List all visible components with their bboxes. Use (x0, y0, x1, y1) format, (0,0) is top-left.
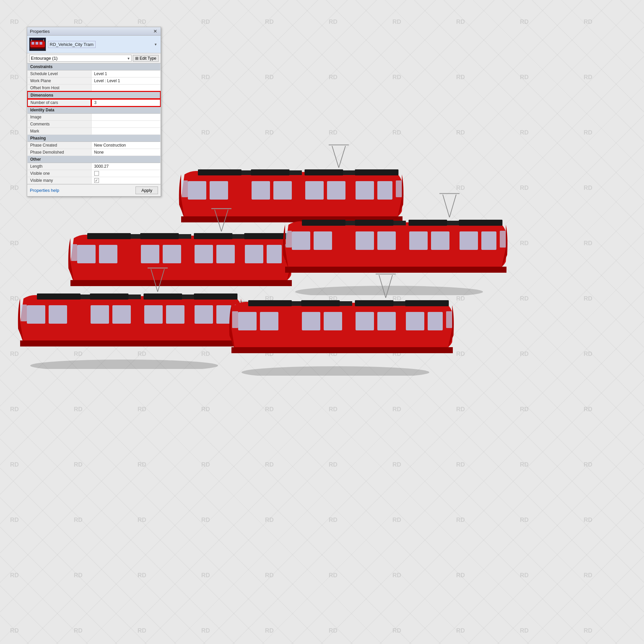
panel-close-button[interactable]: ✕ (153, 29, 158, 34)
svg-rect-63 (409, 231, 428, 250)
other-header-label: Other (28, 156, 160, 163)
work-plane-label: Work Plane (28, 77, 91, 85)
dimensions-header-label: Dimensions (28, 92, 160, 99)
svg-rect-116 (232, 311, 238, 328)
svg-rect-61 (356, 231, 374, 250)
svg-rect-65 (460, 231, 478, 250)
phase-demolished-value: None (91, 149, 160, 156)
properties-table: Constraints Schedule Level Level 1 Work … (27, 63, 161, 184)
comments-value (91, 121, 160, 128)
svg-rect-69 (409, 220, 447, 226)
type-thumbnail (29, 38, 46, 51)
visible-many-label: Visible many (28, 177, 91, 184)
svg-rect-7 (43, 39, 44, 41)
work-plane-row: Work Plane Level : Level 1 (28, 77, 160, 85)
svg-line-9 (332, 146, 339, 168)
svg-rect-35 (178, 234, 191, 239)
svg-rect-115 (231, 347, 453, 353)
svg-rect-2 (32, 42, 34, 45)
panel-title: Properties (30, 29, 50, 34)
svg-rect-67 (302, 220, 345, 226)
instance-dropdown-wrapper[interactable]: Entourage (1) (29, 55, 131, 62)
svg-rect-62 (377, 231, 396, 250)
svg-rect-44 (267, 245, 282, 263)
svg-rect-5 (30, 47, 45, 49)
visible-many-checkbox-cell (94, 178, 158, 183)
svg-line-32 (221, 210, 228, 231)
svg-rect-102 (392, 301, 406, 306)
panel-footer: Properties help Apply (27, 184, 161, 196)
svg-rect-90 (90, 293, 128, 300)
svg-rect-80 (181, 294, 195, 299)
svg-rect-84 (112, 305, 131, 324)
svg-rect-1 (31, 40, 44, 42)
other-section-header: Other (28, 156, 160, 163)
phase-created-row: Phase Created New Construction (28, 142, 160, 149)
type-selector-row: RD_Vehicle_City Tram (27, 36, 161, 53)
properties-help-link[interactable]: Properties help (30, 188, 59, 193)
svg-rect-23 (198, 169, 241, 175)
svg-rect-24 (251, 169, 289, 175)
svg-rect-83 (91, 305, 109, 324)
type-name-dropdown[interactable]: RD_Vehicle_City Tram (48, 41, 96, 48)
svg-rect-85 (144, 305, 163, 324)
svg-rect-86 (166, 305, 184, 324)
image-row: Image (28, 114, 160, 121)
image-label: Image (28, 114, 91, 121)
comments-label: Comments (28, 121, 91, 128)
number-of-cars-row: Number of cars 3 (28, 99, 160, 106)
svg-rect-72 (286, 231, 292, 248)
edit-type-button[interactable]: ⊞ Edit Type (133, 55, 159, 62)
svg-rect-64 (431, 231, 449, 250)
svg-line-76 (158, 269, 164, 292)
svg-rect-108 (377, 312, 396, 330)
svg-rect-106 (324, 312, 342, 330)
svg-rect-107 (356, 312, 374, 330)
svg-rect-114 (405, 300, 449, 306)
svg-rect-48 (244, 233, 288, 239)
svg-point-96 (241, 366, 429, 376)
visible-many-row: Visible many (28, 177, 160, 184)
svg-rect-103 (238, 312, 257, 330)
offset-from-host-input[interactable]: 0.00 (94, 86, 158, 90)
svg-rect-68 (355, 220, 393, 226)
visible-one-checkbox[interactable] (94, 171, 99, 176)
svg-line-10 (339, 146, 345, 168)
svg-line-75 (151, 269, 158, 292)
instance-selector-row: Entourage (1) ⊞ Edit Type (27, 53, 161, 63)
svg-rect-104 (260, 312, 278, 330)
mark-row: Mark (28, 128, 160, 135)
phase-created-label: Phase Created (28, 142, 91, 149)
svg-rect-89 (37, 293, 80, 300)
offset-from-host-value[interactable]: 0.00 (91, 85, 160, 92)
svg-rect-101 (339, 301, 352, 306)
properties-panel: Properties ✕ RD_Vehicle_City Tram (27, 27, 161, 197)
svg-rect-91 (144, 293, 182, 300)
identity-data-section-header: Identity Data (28, 106, 160, 114)
properties-scroll-area[interactable]: Constraints Schedule Level Level 1 Work … (27, 63, 161, 184)
phase-created-value: New Construction (91, 142, 160, 149)
tram-4 (17, 255, 245, 369)
svg-line-97 (379, 275, 386, 298)
type-dropdown-wrapper[interactable]: RD_Vehicle_City Tram (48, 41, 159, 48)
identity-data-header-label: Identity Data (28, 106, 160, 114)
svg-rect-82 (49, 305, 67, 324)
phasing-section-header: Phasing (28, 135, 160, 142)
visible-one-value (91, 170, 160, 177)
tram-5 (228, 262, 456, 376)
length-value: 3000.27 (91, 163, 160, 170)
svg-rect-93 (20, 340, 241, 346)
svg-rect-81 (27, 305, 45, 324)
apply-button[interactable]: Apply (136, 186, 158, 194)
svg-rect-3 (36, 42, 38, 45)
svg-rect-59 (292, 231, 310, 250)
visible-many-checkbox[interactable] (94, 178, 99, 183)
panel-titlebar: Properties ✕ (27, 27, 161, 36)
instance-dropdown[interactable]: Entourage (1) (29, 55, 131, 62)
phase-demolished-row: Phase Demolished None (28, 149, 160, 156)
offset-from-host-row: Offset from Host 0.00 (28, 85, 160, 92)
svg-rect-109 (406, 312, 424, 330)
svg-line-31 (215, 210, 221, 231)
svg-rect-70 (459, 220, 502, 226)
svg-line-54 (449, 195, 456, 217)
